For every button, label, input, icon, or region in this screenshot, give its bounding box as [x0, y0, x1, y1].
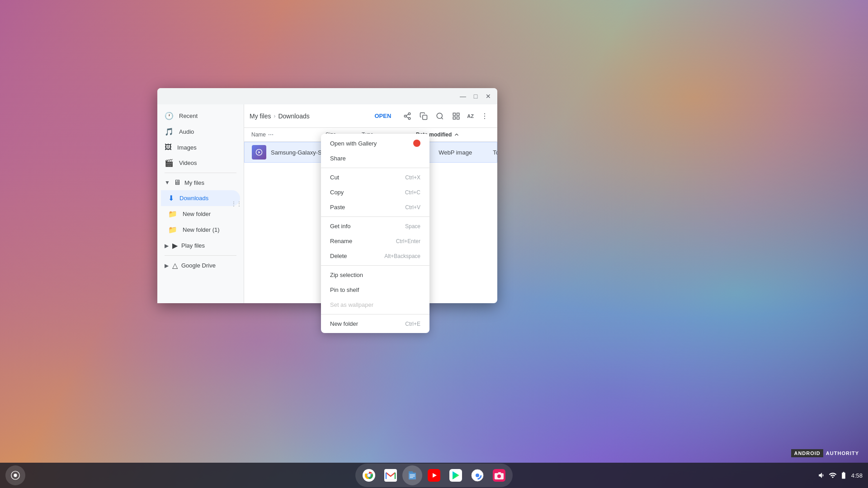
ctx-divider-3: [321, 265, 429, 266]
ctx-get-info[interactable]: Get info Space: [321, 219, 429, 234]
ctx-new-folder[interactable]: New folder Ctrl+E: [321, 316, 429, 331]
maximize-button[interactable]: □: [470, 91, 481, 102]
sidebar-item-audio[interactable]: 🎵 Audio: [157, 124, 240, 140]
ctx-set-wallpaper[interactable]: Set as wallpaper: [321, 297, 429, 312]
watermark-authority: AUTHORITY: [826, 450, 859, 456]
ctx-pin-shelf[interactable]: Pin to shelf: [321, 282, 429, 297]
taskbar-time: 4:58: [851, 472, 863, 479]
svg-point-43: [497, 474, 501, 478]
breadcrumb-downloads[interactable]: Downloads: [278, 113, 309, 120]
downloads-icon: ⬇: [168, 194, 174, 202]
taskbar-playstore[interactable]: [446, 465, 466, 485]
svg-point-0: [409, 113, 411, 115]
rename-label: Rename: [330, 238, 352, 244]
launcher-button[interactable]: [5, 465, 25, 485]
sidebar-item-videos[interactable]: 🎬 Videos: [157, 155, 240, 171]
ctx-rename[interactable]: Rename Ctrl+Enter: [321, 234, 429, 249]
playfiles-label: Play files: [181, 242, 205, 249]
copy-button[interactable]: [416, 109, 431, 123]
rename-shortcut: Ctrl+Enter: [396, 238, 420, 244]
sidebar-item-label: Downloads: [179, 195, 208, 202]
sidebar-item-images[interactable]: 🖼 Images: [157, 140, 240, 155]
context-menu: Open with Gallery Share Cut Ctrl+X Copy …: [321, 134, 429, 333]
sidebar-divider-1: [165, 173, 236, 173]
svg-point-2: [409, 117, 411, 120]
share-button[interactable]: [400, 109, 415, 123]
zip-label: Zip selection: [330, 272, 363, 278]
minimize-button[interactable]: —: [458, 91, 468, 102]
grid-view-button[interactable]: [449, 109, 463, 123]
playfiles-icon: ▶: [172, 241, 178, 250]
gallery-label: Open with Gallery: [330, 140, 377, 147]
svg-rect-11: [457, 117, 459, 119]
pinshelf-label: Pin to shelf: [330, 286, 359, 293]
sidebar-item-label: New folder (1): [183, 226, 220, 233]
folder-icon: 📁: [168, 210, 177, 218]
paste-label: Paste: [330, 204, 345, 211]
newfolder-shortcut: Ctrl+E: [405, 321, 420, 327]
sort-button[interactable]: AZ: [465, 109, 476, 123]
breadcrumb-separator: ›: [274, 113, 275, 119]
ctx-divider-4: [321, 314, 429, 314]
expand-icon: ▼: [165, 179, 170, 186]
open-button[interactable]: OPEN: [367, 110, 398, 122]
svg-point-30: [368, 474, 371, 477]
file-type: WebP image: [439, 149, 493, 156]
svg-marker-25: [259, 151, 260, 153]
sidebar-section-myfiles[interactable]: ▼ 🖥 My files: [157, 175, 244, 190]
titlebar: — □ ✕: [157, 88, 497, 104]
taskbar-files[interactable]: [402, 465, 422, 485]
taskbar-camera[interactable]: [489, 465, 509, 485]
sidebar-item-downloads[interactable]: ⬇ Downloads: [161, 190, 240, 206]
taskbar-youtube[interactable]: [424, 465, 444, 485]
sidebar-item-new-folder-1[interactable]: 📁 New folder (1): [161, 222, 240, 238]
sidebar-item-new-folder[interactable]: 📁 New folder: [161, 206, 240, 222]
wifi-icon: [829, 471, 837, 479]
svg-point-27: [14, 474, 17, 477]
paste-shortcut: Ctrl+V: [405, 204, 420, 211]
svg-point-13: [484, 115, 485, 116]
audio-icon: 🎵: [165, 127, 174, 136]
close-button[interactable]: ✕: [483, 91, 494, 102]
ctx-delete[interactable]: Delete Alt+Backspace: [321, 249, 429, 263]
share-label: Share: [330, 155, 346, 162]
taskbar-gmail[interactable]: [381, 465, 401, 485]
ctx-zip[interactable]: Zip selection: [321, 267, 429, 282]
ctx-divider-1: [321, 168, 429, 168]
gallery-dot: [413, 140, 420, 147]
getinfo-shortcut: Space: [405, 223, 420, 230]
file-modified: Today 4:54 PM: [493, 149, 497, 156]
taskbar-chrome[interactable]: [359, 465, 379, 485]
expand-drive-icon: ▶: [165, 263, 169, 269]
ctx-open-gallery[interactable]: Open with Gallery: [321, 136, 429, 151]
toolbar: My files › Downloads OPEN: [244, 104, 497, 128]
svg-point-17: [269, 134, 269, 135]
ctx-copy[interactable]: Copy Ctrl+C: [321, 185, 429, 200]
taskbar: 4:58: [0, 463, 868, 488]
col-header-name[interactable]: Name: [251, 131, 326, 138]
breadcrumb-myfiles[interactable]: My files: [250, 113, 271, 120]
sidebar-section-googledrive[interactable]: ▶ △ Google Drive: [157, 258, 244, 273]
ctx-cut[interactable]: Cut Ctrl+X: [321, 170, 429, 185]
svg-rect-32: [410, 474, 415, 475]
sidebar-section-playfiles[interactable]: ▶ ▶ Play files: [157, 238, 244, 253]
sidebar-divider-2: [165, 255, 236, 256]
svg-point-6: [437, 113, 443, 118]
cut-label: Cut: [330, 174, 339, 181]
svg-rect-9: [457, 113, 459, 115]
svg-rect-33: [410, 476, 415, 477]
myfiles-label: My files: [184, 179, 204, 186]
sidebar-item-recent[interactable]: 🕐 Recent: [157, 108, 240, 124]
sidebar-resize-handle[interactable]: ⋮⋮: [231, 201, 242, 207]
setwallpaper-label: Set as wallpaper: [330, 301, 373, 308]
googledrive-label: Google Drive: [181, 262, 216, 269]
search-button[interactable]: [433, 109, 447, 123]
svg-rect-34: [410, 477, 413, 478]
ctx-share[interactable]: Share: [321, 151, 429, 166]
taskbar-assistant[interactable]: [467, 465, 487, 485]
svg-rect-5: [423, 115, 427, 119]
sidebar-item-label: New folder: [183, 211, 211, 217]
svg-line-7: [442, 117, 443, 119]
ctx-paste[interactable]: Paste Ctrl+V: [321, 200, 429, 215]
more-button[interactable]: [477, 109, 492, 123]
